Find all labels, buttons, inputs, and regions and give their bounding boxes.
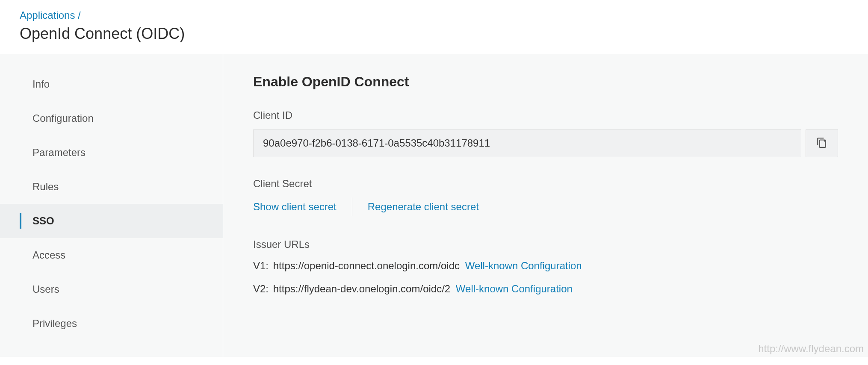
page-title: OpenId Connect (OIDC) [20,25,848,43]
sidebar-item-sso[interactable]: SSO [0,204,223,238]
sidebar-item-label: Configuration [32,112,94,124]
issuer-v2-wellknown-link[interactable]: Well-known Configuration [456,283,573,294]
sidebar-item-configuration[interactable]: Configuration [0,101,223,135]
sidebar-item-privileges[interactable]: Privileges [0,306,223,341]
divider [352,197,352,216]
regenerate-client-secret-link[interactable]: Regenerate client secret [368,201,479,213]
issuer-v1-line: V1: https://openid-connect.onelogin.com/… [253,258,838,274]
show-client-secret-link[interactable]: Show client secret [253,201,337,213]
copy-icon [816,136,827,150]
sidebar: Info Configuration Parameters Rules SSO … [0,54,223,357]
watermark: http://www.flydean.com [758,343,864,355]
issuer-v1-wellknown-link[interactable]: Well-known Configuration [465,260,582,271]
sidebar-item-label: Info [32,78,50,90]
sidebar-item-users[interactable]: Users [0,272,223,306]
breadcrumb: Applications / [20,9,848,21]
section-title: Enable OpenID Connect [253,74,838,90]
client-secret-label: Client Secret [253,178,838,190]
issuer-urls-label: Issuer URLs [253,238,838,250]
sidebar-item-label: SSO [32,215,54,227]
sidebar-item-access[interactable]: Access [0,238,223,272]
sidebar-item-label: Access [32,249,65,261]
sidebar-item-rules[interactable]: Rules [0,170,223,204]
page-header: Applications / OpenId Connect (OIDC) [0,0,868,54]
sidebar-item-label: Users [32,283,59,295]
issuer-v2-prefix: V2: [253,283,269,294]
issuer-v2-line: V2: https://flydean-dev.onelogin.com/oid… [253,281,838,297]
main-content: Enable OpenID Connect Client ID 90a0e970… [223,54,868,357]
sidebar-item-label: Rules [32,181,59,193]
copy-client-id-button[interactable] [806,129,838,157]
sidebar-item-label: Privileges [32,318,77,330]
sidebar-item-info[interactable]: Info [0,67,223,101]
breadcrumb-sep: / [78,9,81,21]
breadcrumb-parent-link[interactable]: Applications [20,9,75,21]
client-id-value: 90a0e970-f2b6-0138-6171-0a5535c40b311789… [253,129,801,157]
issuer-v1-prefix: V1: [253,260,269,271]
sidebar-item-parameters[interactable]: Parameters [0,135,223,170]
issuer-v1-url: https://openid-connect.onelogin.com/oidc [273,260,460,271]
sidebar-item-label: Parameters [32,147,86,159]
client-id-label: Client ID [253,109,838,121]
issuer-v2-url: https://flydean-dev.onelogin.com/oidc/2 [273,283,450,294]
